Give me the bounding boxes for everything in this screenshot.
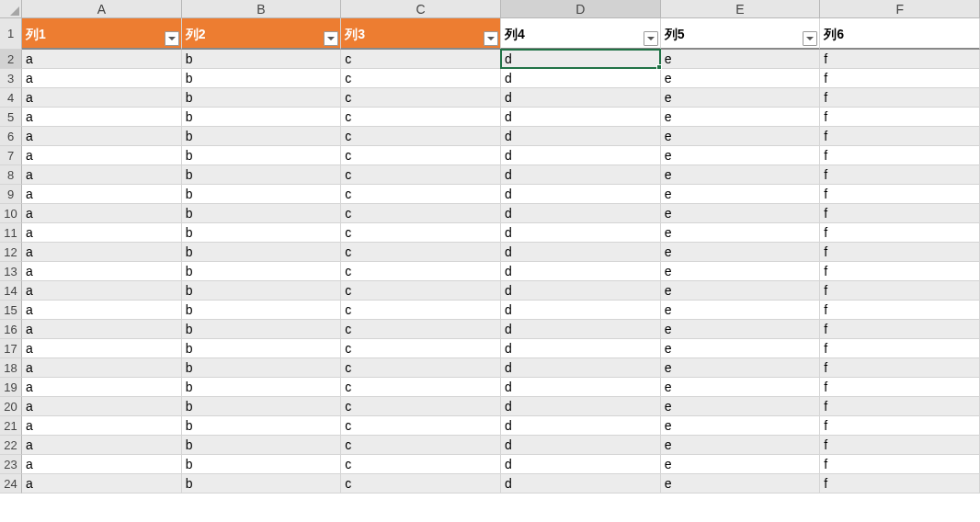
row-header-16[interactable]: 16 — [0, 320, 22, 339]
row-header-10[interactable]: 10 — [0, 204, 22, 223]
cell-A4[interactable]: a — [22, 88, 182, 108]
cell-B6[interactable]: b — [182, 127, 342, 146]
cell-D12[interactable]: d — [501, 243, 661, 262]
row-header-22[interactable]: 22 — [0, 436, 22, 455]
cell-A15[interactable]: a — [22, 301, 182, 320]
row-header-2[interactable]: 2 — [0, 50, 22, 69]
column-header-B[interactable]: B — [182, 0, 342, 18]
cell-C10[interactable]: c — [341, 204, 501, 223]
cell-C21[interactable]: c — [341, 416, 501, 436]
cell-E17[interactable]: e — [661, 339, 821, 358]
spreadsheet-grid[interactable]: ABCDEF1列1列2列3列4列5列62abcdef3abcdef4abcdef… — [0, 0, 980, 494]
cell-B23[interactable]: b — [182, 455, 342, 474]
row-header-6[interactable]: 6 — [0, 127, 22, 146]
filter-dropdown-icon[interactable] — [644, 31, 658, 46]
cell-F21[interactable]: f — [820, 416, 980, 436]
cell-A21[interactable]: a — [22, 416, 182, 436]
cell-B5[interactable]: b — [182, 108, 342, 127]
column-header-E[interactable]: E — [661, 0, 821, 18]
cell-E5[interactable]: e — [661, 108, 821, 127]
cell-F7[interactable]: f — [820, 146, 980, 165]
cell-C22[interactable]: c — [341, 436, 501, 455]
cell-D22[interactable]: d — [501, 436, 661, 455]
cell-F15[interactable]: f — [820, 301, 980, 320]
cell-F6[interactable]: f — [820, 127, 980, 146]
select-all-corner[interactable] — [0, 0, 22, 18]
cell-C16[interactable]: c — [341, 320, 501, 339]
cell-D15[interactable]: d — [501, 301, 661, 320]
cell-A11[interactable]: a — [22, 223, 182, 243]
cell-E12[interactable]: e — [661, 243, 821, 262]
cell-D11[interactable]: d — [501, 223, 661, 243]
cell-B16[interactable]: b — [182, 320, 342, 339]
cell-F19[interactable]: f — [820, 378, 980, 397]
filter-dropdown-icon[interactable] — [324, 31, 338, 46]
cell-B15[interactable]: b — [182, 301, 342, 320]
cell-B7[interactable]: b — [182, 146, 342, 165]
row-header-18[interactable]: 18 — [0, 358, 22, 378]
cell-A19[interactable]: a — [22, 378, 182, 397]
cell-C13[interactable]: c — [341, 262, 501, 281]
cell-F17[interactable]: f — [820, 339, 980, 358]
cell-E15[interactable]: e — [661, 301, 821, 320]
cell-D21[interactable]: d — [501, 416, 661, 436]
cell-C3[interactable]: c — [341, 69, 501, 88]
cell-E13[interactable]: e — [661, 262, 821, 281]
cell-D5[interactable]: d — [501, 108, 661, 127]
row-header-13[interactable]: 13 — [0, 262, 22, 281]
cell-B11[interactable]: b — [182, 223, 342, 243]
cell-A2[interactable]: a — [22, 50, 182, 69]
cell-B3[interactable]: b — [182, 69, 342, 88]
cell-B2[interactable]: b — [182, 50, 342, 69]
cell-E16[interactable]: e — [661, 320, 821, 339]
table-header-col1[interactable]: 列1 — [22, 18, 182, 50]
cell-F2[interactable]: f — [820, 50, 980, 69]
column-header-C[interactable]: C — [341, 0, 501, 18]
cell-E24[interactable]: e — [661, 474, 821, 494]
cell-C20[interactable]: c — [341, 397, 501, 416]
cell-B10[interactable]: b — [182, 204, 342, 223]
cell-F22[interactable]: f — [820, 436, 980, 455]
cell-D19[interactable]: d — [501, 378, 661, 397]
cell-C18[interactable]: c — [341, 358, 501, 378]
cell-C4[interactable]: c — [341, 88, 501, 108]
cell-D8[interactable]: d — [501, 165, 661, 185]
row-header-3[interactable]: 3 — [0, 69, 22, 88]
cell-F5[interactable]: f — [820, 108, 980, 127]
row-header-1[interactable]: 1 — [0, 18, 22, 50]
cell-E22[interactable]: e — [661, 436, 821, 455]
cell-F12[interactable]: f — [820, 243, 980, 262]
cell-A20[interactable]: a — [22, 397, 182, 416]
cell-E8[interactable]: e — [661, 165, 821, 185]
cell-F4[interactable]: f — [820, 88, 980, 108]
cell-A14[interactable]: a — [22, 281, 182, 301]
cell-C23[interactable]: c — [341, 455, 501, 474]
cell-B19[interactable]: b — [182, 378, 342, 397]
cell-E21[interactable]: e — [661, 416, 821, 436]
cell-B4[interactable]: b — [182, 88, 342, 108]
cell-A10[interactable]: a — [22, 204, 182, 223]
cell-B20[interactable]: b — [182, 397, 342, 416]
row-header-7[interactable]: 7 — [0, 146, 22, 165]
cell-C8[interactable]: c — [341, 165, 501, 185]
cell-D10[interactable]: d — [501, 204, 661, 223]
filter-dropdown-icon[interactable] — [484, 31, 498, 46]
cell-E14[interactable]: e — [661, 281, 821, 301]
cell-F9[interactable]: f — [820, 185, 980, 204]
cell-F13[interactable]: f — [820, 262, 980, 281]
table-header-col4[interactable]: 列4 — [501, 18, 661, 50]
cell-A17[interactable]: a — [22, 339, 182, 358]
row-header-17[interactable]: 17 — [0, 339, 22, 358]
cell-E10[interactable]: e — [661, 204, 821, 223]
cell-D9[interactable]: d — [501, 185, 661, 204]
cell-D17[interactable]: d — [501, 339, 661, 358]
cell-A7[interactable]: a — [22, 146, 182, 165]
cell-E4[interactable]: e — [661, 88, 821, 108]
cell-C14[interactable]: c — [341, 281, 501, 301]
cell-E20[interactable]: e — [661, 397, 821, 416]
cell-B9[interactable]: b — [182, 185, 342, 204]
cell-A6[interactable]: a — [22, 127, 182, 146]
cell-B21[interactable]: b — [182, 416, 342, 436]
cell-C9[interactable]: c — [341, 185, 501, 204]
cell-D2[interactable]: d — [501, 50, 661, 69]
